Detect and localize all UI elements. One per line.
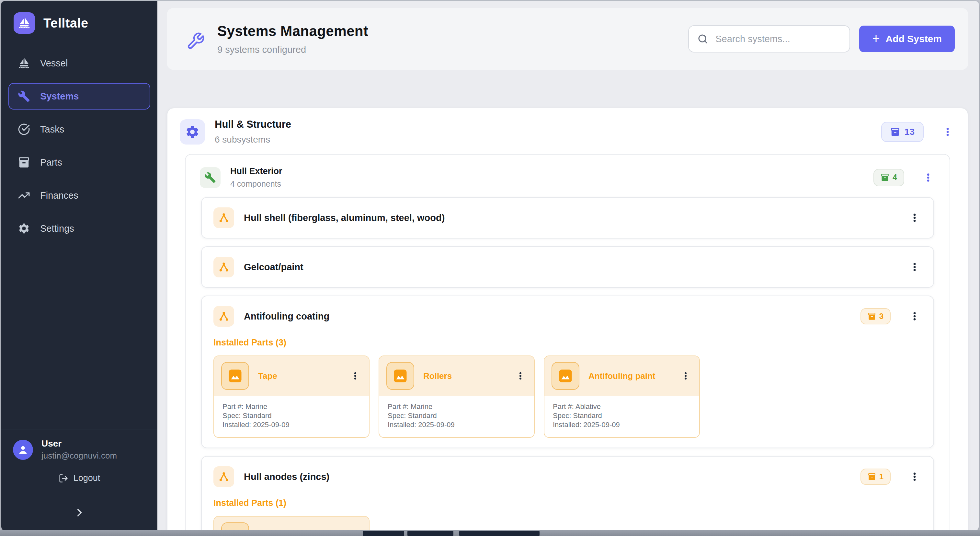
system-subtitle: 6 subsystems xyxy=(215,134,291,145)
sidebar-item-label: Systems xyxy=(40,91,79,102)
page-subtitle: 9 systems configured xyxy=(217,45,368,55)
subsystem-parts-badge: 4 xyxy=(873,169,904,186)
kebab-icon xyxy=(909,212,920,223)
sidebar-item-vessel[interactable]: Vessel xyxy=(8,50,150,77)
wrench-outline-icon xyxy=(186,32,205,51)
system-gear-icon xyxy=(180,119,205,145)
brand-name: Telltale xyxy=(43,16,88,30)
part-installed-date: Installed: 2025-09-09 xyxy=(223,420,360,429)
sidebar-item-systems[interactable]: Systems xyxy=(8,83,150,110)
part-menu-button[interactable] xyxy=(679,369,692,382)
part-menu-button[interactable] xyxy=(349,369,362,382)
subsystem-wrench-icon xyxy=(200,167,221,188)
component-name: Hull anodes (zincs) xyxy=(244,472,329,482)
taskbar-segment xyxy=(407,531,453,536)
part-number: Part #: Marine xyxy=(223,402,360,411)
installed-parts-label: Installed Parts (1) xyxy=(213,498,922,508)
sidebar-item-parts[interactable]: Parts xyxy=(8,149,150,175)
component-parts-badge: 3 xyxy=(861,308,891,324)
component-branch-icon xyxy=(213,207,234,228)
kebab-icon xyxy=(909,262,920,272)
archive-box-icon xyxy=(890,127,900,137)
kebab-icon xyxy=(909,472,920,482)
kebab-icon xyxy=(909,311,920,321)
component-card-hull-shell[interactable]: Hull shell (fiberglass, aluminum, steel,… xyxy=(201,197,934,239)
part-number: Part #: Ablative xyxy=(553,402,691,411)
sidebar-item-tasks[interactable]: Tasks xyxy=(8,116,150,143)
subsystem-subtitle: 4 components xyxy=(230,179,282,188)
archive-box-icon xyxy=(868,472,876,481)
add-system-button[interactable]: + Add System xyxy=(859,26,955,52)
part-card-tape[interactable]: Tape Part #: Marine Spec: Standard xyxy=(213,356,369,438)
page-header: Systems Management 9 systems configured … xyxy=(167,8,968,70)
component-branch-icon xyxy=(213,466,234,487)
sidebar-nav: Vessel Systems Tasks xyxy=(1,50,158,248)
user-section: User justin@cognuvi.com xyxy=(1,429,158,464)
part-photo-icon xyxy=(221,522,249,531)
subsystem-menu-button[interactable] xyxy=(921,171,935,185)
subsystem-name: Hull Exterior xyxy=(230,166,282,176)
part-number: Part #: Marine xyxy=(388,402,526,411)
component-menu-button[interactable] xyxy=(907,309,922,324)
search-box xyxy=(688,25,850,53)
part-name: Antifouling paint xyxy=(589,371,655,381)
component-menu-button[interactable] xyxy=(907,260,922,274)
part-card-antifouling-paint[interactable]: Antifouling paint Part #: Ablative Spec:… xyxy=(544,356,700,438)
kebab-icon xyxy=(923,172,933,183)
sidebar-item-label: Finances xyxy=(40,190,78,201)
gear-icon xyxy=(18,222,30,235)
subsystem-card-header[interactable]: Hull Exterior 4 components 4 xyxy=(200,162,935,197)
component-card-gelcoat[interactable]: Gelcoat/paint xyxy=(201,246,934,288)
system-card-header[interactable]: Hull & Structure 6 subsystems 13 xyxy=(167,108,968,154)
component-branch-icon xyxy=(213,306,234,327)
component-card-antifouling[interactable]: Antifouling coating 3 xyxy=(201,295,934,448)
sidebar: Telltale Vessel Sys xyxy=(1,1,158,531)
part-photo-icon xyxy=(552,362,579,390)
part-name: Rollers xyxy=(423,371,452,381)
sidebar-item-settings[interactable]: Settings xyxy=(8,215,150,242)
plus-icon: + xyxy=(872,32,880,45)
logout-button[interactable]: Logout xyxy=(1,473,158,483)
chevron-right-icon xyxy=(74,507,85,518)
part-photo-icon xyxy=(221,362,249,390)
part-spec: Spec: Standard xyxy=(553,411,691,420)
component-menu-button[interactable] xyxy=(907,469,922,484)
component-menu-button[interactable] xyxy=(907,211,922,225)
brand-header: Telltale xyxy=(1,1,158,42)
sailboat-icon xyxy=(18,57,30,70)
system-menu-button[interactable] xyxy=(940,125,955,139)
installed-parts-label: Installed Parts (3) xyxy=(213,338,922,348)
search-input[interactable] xyxy=(715,34,841,45)
part-photo-icon xyxy=(387,362,414,390)
system-name: Hull & Structure xyxy=(215,119,291,130)
archive-box-icon xyxy=(881,173,889,182)
trending-up-icon xyxy=(18,189,30,202)
sailboat-logo-icon xyxy=(14,12,35,34)
kebab-icon xyxy=(516,372,525,380)
system-parts-badge: 13 xyxy=(881,122,924,142)
sidebar-item-finances[interactable]: Finances xyxy=(8,182,150,209)
part-card-rollers[interactable]: Rollers Part #: Marine Spec: Standard xyxy=(379,356,535,438)
part-menu-button[interactable] xyxy=(514,369,527,382)
part-card-hull-zinc-anode[interactable]: Hull zinc anode xyxy=(213,516,369,531)
kebab-icon xyxy=(942,127,953,137)
part-installed-date: Installed: 2025-09-09 xyxy=(388,420,526,429)
component-card-hull-anodes[interactable]: Hull anodes (zincs) 1 xyxy=(201,456,934,531)
taskbar-segment xyxy=(363,531,404,536)
app-window: Telltale Vessel Sys xyxy=(1,1,979,531)
sidebar-collapse-toggle[interactable] xyxy=(1,507,158,518)
system-card: Hull & Structure 6 subsystems 13 xyxy=(167,108,968,531)
sidebar-item-label: Vessel xyxy=(40,58,68,69)
kebab-icon xyxy=(351,372,360,380)
wrench-icon xyxy=(18,90,30,103)
component-name: Antifouling coating xyxy=(244,311,329,322)
avatar xyxy=(13,440,33,460)
search-icon xyxy=(697,34,708,45)
sidebar-item-label: Tasks xyxy=(40,124,64,135)
logout-label: Logout xyxy=(73,473,100,483)
taskbar-segment xyxy=(459,531,539,536)
component-name: Gelcoat/paint xyxy=(244,262,304,273)
check-circle-icon xyxy=(18,123,30,136)
part-installed-date: Installed: 2025-09-09 xyxy=(553,420,691,429)
user-email: justin@cognuvi.com xyxy=(41,451,117,461)
